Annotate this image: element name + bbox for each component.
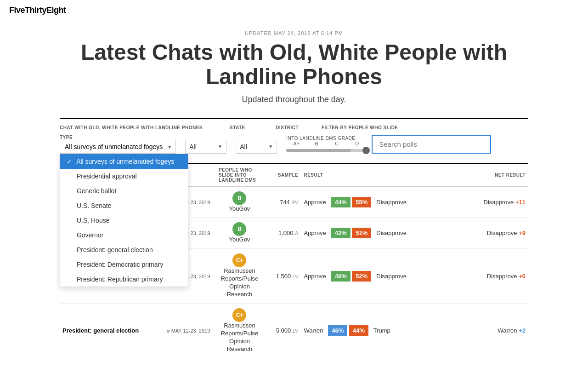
pollster-name: Rasmussen Reports/Pulse Opinion Research xyxy=(221,322,259,352)
net-result-value: +6 xyxy=(519,273,526,280)
net-result-value: +2 xyxy=(519,327,526,334)
pollster-name: YouGov xyxy=(229,236,250,243)
district-value: All xyxy=(240,143,268,150)
sample-type: LV xyxy=(293,274,299,279)
site-logo: FiveThirtyEight xyxy=(9,6,66,15)
type-dropdown-arrow-icon: ▼ xyxy=(167,144,172,149)
grade-tick-d: D xyxy=(347,141,367,146)
sample-type: RV xyxy=(291,200,298,205)
col-header-sample: SAMPLE xyxy=(263,163,301,187)
grade-tick-c: C xyxy=(327,141,347,146)
chat-filter-label: CHAT WITH OLD, WHITE PEOPLE WITH LANDLIN… xyxy=(60,125,203,130)
district-select-wrapper: All ▼ xyxy=(236,140,277,154)
state-select-wrapper: All ▼ xyxy=(185,140,226,154)
district-filter: All ▼ xyxy=(236,140,277,154)
search-polls-input[interactable] xyxy=(372,135,491,154)
type-section: TYPE All surveys of unmelanated fogeys ▼… xyxy=(60,135,176,154)
sample-size: 5,000 LV xyxy=(276,327,299,334)
grade-tick-b: B xyxy=(306,141,327,146)
grade-slider-wrapper: A+ B C D xyxy=(286,141,367,154)
sample-size: 1,000 A xyxy=(278,230,299,236)
type-option-president-dem[interactable]: President: Democratic primary xyxy=(60,257,188,272)
sample-type: LV xyxy=(293,328,299,334)
col-header-people: PEOPLE WHO SLIDE INTOLANDLINE DMS xyxy=(216,163,263,187)
row-dates: MAY 12-23, 2019 xyxy=(167,328,210,334)
result-right-bar: 55% xyxy=(352,197,371,207)
result-left-bar: 46% xyxy=(331,271,351,282)
result-left-bar: 42% xyxy=(331,228,351,238)
grade-slider-track xyxy=(286,149,367,152)
type-option-president-general[interactable]: President: general election xyxy=(60,242,188,257)
result-right-bar: 44% xyxy=(349,325,368,336)
type-option-senate[interactable]: U.S. Senate xyxy=(60,198,188,213)
grade-badge: C+ xyxy=(232,253,246,267)
grade-badge: C+ xyxy=(232,308,246,322)
type-option-generic-ballot[interactable]: Generic ballot xyxy=(60,184,188,198)
result-right-bar: 52% xyxy=(352,271,371,282)
col-state-label: STATE xyxy=(230,124,276,131)
updated-label: UPDATED MAY 24, 2019 AT 6:14 PM xyxy=(60,30,528,36)
net-result-label: Disapprove xyxy=(487,273,519,280)
type-option-president-rep[interactable]: President: Republican primary xyxy=(60,272,188,287)
checkmark-icon: ✓ xyxy=(67,158,74,165)
grade-tick-aplus: A+ xyxy=(286,141,306,146)
result-right-bar: 51% xyxy=(352,228,371,238)
state-filter-label: STATE xyxy=(230,125,245,130)
result-right-label: Disapprove xyxy=(373,230,407,236)
result-left-label: Approve xyxy=(304,273,329,280)
col-header-net-result: NET RESULT xyxy=(462,163,528,187)
page-subtitle: Updated throughout the day. xyxy=(60,95,528,104)
pollster-name: YouGov xyxy=(229,205,250,212)
result-left-label: Approve xyxy=(304,230,329,236)
net-result-value: +11 xyxy=(515,199,526,206)
state-value: All xyxy=(189,143,218,150)
site-header: FiveThirtyEight xyxy=(0,0,588,21)
main-content: UPDATED MAY 24, 2019 AT 6:14 PM Latest C… xyxy=(51,21,537,368)
grade-slider-fill xyxy=(286,149,351,152)
district-filter-label: DISTRICT xyxy=(276,125,299,130)
pollster-name: Rasmussen Reports/Pulse Opinion Research xyxy=(221,267,259,298)
type-label: TYPE xyxy=(60,135,174,140)
result-left-bar: 44% xyxy=(331,197,351,207)
result-left-label: Warren xyxy=(304,327,326,334)
filters-controls-row: TYPE All surveys of unmelanated fogeys ▼… xyxy=(60,135,528,154)
grade-filter-sub-label: INTO LANDLINE DMS GRADE xyxy=(286,136,367,141)
col-district-label: DISTRICT xyxy=(276,124,322,131)
type-selected-label: All surveys of unmelanated fogeys xyxy=(65,143,163,150)
grade-ticks: A+ B C D xyxy=(286,141,367,146)
state-filter: All ▼ xyxy=(185,140,226,154)
type-option-governor[interactable]: Governor xyxy=(60,228,188,242)
filters-top-row: CHAT WITH OLD, WHITE PEOPLE WITH LANDLIN… xyxy=(60,124,528,131)
net-result-label: Warren xyxy=(498,327,519,334)
type-dropdown-button[interactable]: All surveys of unmelanated fogeys ▼ xyxy=(60,140,176,154)
grade-badge: B xyxy=(232,191,246,205)
result-right-label: Disapprove xyxy=(373,199,407,206)
col-filter-label: FILTER BY PEOPLE WHO SLIDE xyxy=(322,124,528,131)
type-option-house[interactable]: U.S. House xyxy=(60,213,188,228)
type-option-all[interactable]: ✓ All surveys of unmelanated fogeys xyxy=(60,154,188,169)
district-dropdown-arrow-icon: ▼ xyxy=(268,144,273,149)
col-header-result: RESULT xyxy=(301,163,462,187)
col-chat-label: CHAT WITH OLD, WHITE PEOPLE WITH LANDLIN… xyxy=(60,124,230,131)
grade-badge: B xyxy=(232,222,246,236)
type-dropdown-menu: ✓ All surveys of unmelanated fogeys Pres… xyxy=(60,154,188,287)
state-dropdown-arrow-icon: ▼ xyxy=(218,144,222,149)
result-left-label: Approve xyxy=(304,199,329,206)
table-row: President: general electionMAY 12-23, 20… xyxy=(60,303,528,358)
grade-filter-section: INTO LANDLINE DMS GRADE A+ B C D xyxy=(286,136,367,154)
sample-size: 1,500 LV xyxy=(276,273,299,280)
row-type-label: President: general election xyxy=(62,327,139,334)
filter-by-label: FILTER BY PEOPLE WHO SLIDE xyxy=(322,125,398,130)
date-dot-icon xyxy=(167,330,170,333)
net-result-label: Disapprove xyxy=(484,199,515,206)
type-option-presidential-approval[interactable]: Presidential approval xyxy=(60,169,188,184)
result-left-bar: 46% xyxy=(328,325,347,336)
filters-section: CHAT WITH OLD, WHITE PEOPLE WITH LANDLIN… xyxy=(60,118,528,154)
result-right-label: Disapprove xyxy=(373,273,407,280)
type-dropdown-container: All surveys of unmelanated fogeys ▼ ✓ Al… xyxy=(60,140,176,154)
sample-size: 744 RV xyxy=(280,199,298,206)
result-right-label: Trump xyxy=(370,327,390,334)
net-result-label: Disapprove xyxy=(487,230,519,236)
net-result-value: +9 xyxy=(519,230,526,236)
grade-slider-thumb[interactable] xyxy=(362,147,370,154)
